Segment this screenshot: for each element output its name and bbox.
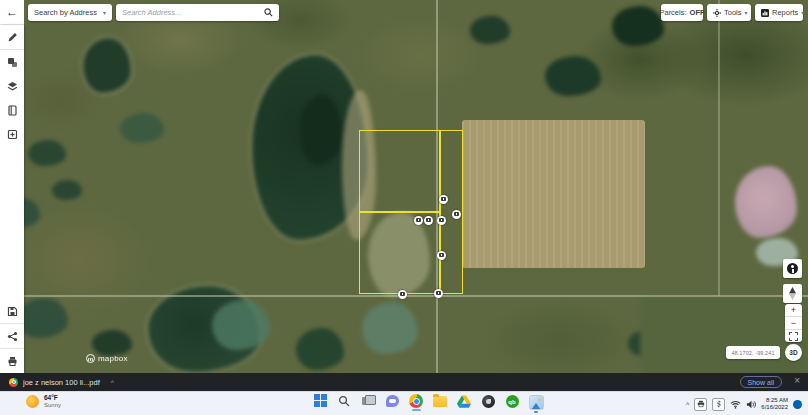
terrain-shoreline <box>342 90 376 240</box>
photo-marker[interactable] <box>437 251 446 260</box>
pegman-icon <box>787 263 798 274</box>
photo-marker[interactable] <box>439 195 448 204</box>
photo-marker[interactable] <box>452 210 461 219</box>
terrain-lake <box>300 95 342 165</box>
reports-menu-button[interactable]: Reports ▾ <box>755 4 803 21</box>
show-all-downloads-button[interactable]: Show all <box>740 376 782 388</box>
reports-label: Reports <box>772 8 798 17</box>
photo-marker[interactable] <box>398 290 407 299</box>
search-icon <box>338 395 350 407</box>
terrain-lake <box>212 300 270 350</box>
photo-marker[interactable] <box>414 216 423 225</box>
terrain-lake <box>92 330 132 356</box>
screen: { "topbar": { "back_label": "←", "search… <box>0 0 808 415</box>
chat-bubble-icon <box>386 395 399 407</box>
volume-icon[interactable] <box>746 400 756 409</box>
taskbar-date: 6/16/2022 <box>761 404 788 411</box>
compass-button[interactable] <box>783 284 802 303</box>
tools-menu-button[interactable]: Tools ▾ <box>707 4 751 21</box>
sidebar-item-import-export[interactable] <box>0 122 24 146</box>
running-app-indicator <box>534 411 538 413</box>
terrain-lake <box>296 328 344 370</box>
close-shelf-button[interactable]: × <box>794 375 800 386</box>
sidebar-item-draw[interactable] <box>0 25 24 49</box>
downloaded-file-chip[interactable]: joe z nelson 100 li...pdf ^ <box>9 378 114 387</box>
task-view-button[interactable] <box>360 394 376 414</box>
chevron-up-icon[interactable]: ^ <box>111 379 114 386</box>
export-icon <box>7 129 18 140</box>
photo-marker[interactable] <box>434 289 443 298</box>
taskbar-time: 8:25 AM <box>761 397 788 404</box>
sun-icon <box>26 395 39 408</box>
system-tray: ^ 8:25 AM 6/16/2022 <box>686 392 802 415</box>
google-drive-button[interactable] <box>456 394 472 414</box>
wifi-icon[interactable] <box>730 400 741 409</box>
device-tray-icon[interactable] <box>712 398 725 411</box>
chevron-down-icon: ▾ <box>801 9 804 16</box>
sidebar-item-layers[interactable] <box>0 74 24 98</box>
sidebar-item-share[interactable] <box>0 324 24 348</box>
layers-icon <box>7 81 18 92</box>
parcel-boundary-divider-vertical[interactable] <box>439 130 441 294</box>
terrain-lake <box>18 298 68 338</box>
report-chart-icon <box>761 9 769 17</box>
markers-icon <box>7 57 18 68</box>
back-button[interactable]: ← <box>0 0 24 25</box>
terrain-lake <box>120 113 164 143</box>
download-shelf: joe z nelson 100 li...pdf ^ Show all × <box>0 373 808 391</box>
terrain-lake <box>52 180 82 200</box>
address-search-input[interactable] <box>122 8 264 17</box>
back-arrow-icon: ← <box>6 5 18 19</box>
chevron-down-icon: ▾ <box>103 9 106 16</box>
terrain-lake <box>362 302 418 354</box>
file-type-icon <box>9 378 18 387</box>
satellite-map[interactable] <box>0 0 808 373</box>
sidebar-item-markers[interactable] <box>0 50 24 74</box>
taskbar-search-button[interactable] <box>336 394 352 414</box>
chrome-taskbar-button[interactable] <box>408 394 424 414</box>
sidebar-item-print[interactable] <box>0 349 24 373</box>
fit-extent-button[interactable] <box>785 330 802 342</box>
taskbar-weather-widget[interactable]: 64°F Sunny <box>26 394 61 409</box>
photo-marker[interactable] <box>437 216 446 225</box>
zoom-out-button[interactable]: − <box>785 317 802 329</box>
sidebar-item-basemap[interactable] <box>0 98 24 122</box>
dark-app-button[interactable] <box>480 394 496 414</box>
quickbooks-button[interactable]: qb <box>504 394 520 414</box>
taskbar-clock[interactable]: 8:25 AM 6/16/2022 <box>761 397 788 411</box>
teams-chat-button[interactable] <box>384 394 400 414</box>
3d-view-button[interactable]: 3D <box>785 344 802 361</box>
tools-sidebar <box>0 25 24 373</box>
search-type-select[interactable]: Search by Address ▾ <box>28 4 112 21</box>
terrain-field <box>462 120 645 268</box>
hidden-icons-chevron[interactable]: ^ <box>686 401 689 408</box>
file-explorer-button[interactable] <box>432 394 448 414</box>
zoom-in-button[interactable]: + <box>785 304 802 316</box>
parcels-label: Parcels: <box>659 8 686 17</box>
pencil-icon <box>7 32 18 43</box>
mapbox-wordmark: mapbox <box>98 354 128 363</box>
extent-icon <box>789 332 798 341</box>
notification-badge[interactable] <box>793 400 802 409</box>
compass-needle-icon <box>788 287 797 300</box>
dark-app-icon <box>482 395 495 408</box>
mapbox-logo-icon: m <box>86 354 95 363</box>
terrain-lake <box>470 16 510 44</box>
photo-marker[interactable] <box>424 216 433 225</box>
mapbox-attribution[interactable]: m mapbox <box>86 354 128 363</box>
sidebar-item-save[interactable] <box>0 299 24 323</box>
road <box>718 0 720 296</box>
zoom-control: + − <box>785 304 802 342</box>
photos-app-button[interactable] <box>528 394 544 414</box>
taskbar-apps: qb <box>312 394 544 414</box>
print-icon <box>7 356 18 367</box>
printer-tray-icon[interactable] <box>694 398 707 411</box>
tools-label: Tools <box>724 8 742 17</box>
photos-icon <box>529 395 544 410</box>
search-icon[interactable] <box>264 8 273 17</box>
start-button[interactable] <box>312 394 328 414</box>
parcels-state-value: OFF <box>690 8 705 17</box>
streetview-button[interactable] <box>783 259 802 278</box>
chrome-icon <box>409 394 423 408</box>
parcels-toggle-button[interactable]: Parcels: OFF <box>661 4 703 21</box>
